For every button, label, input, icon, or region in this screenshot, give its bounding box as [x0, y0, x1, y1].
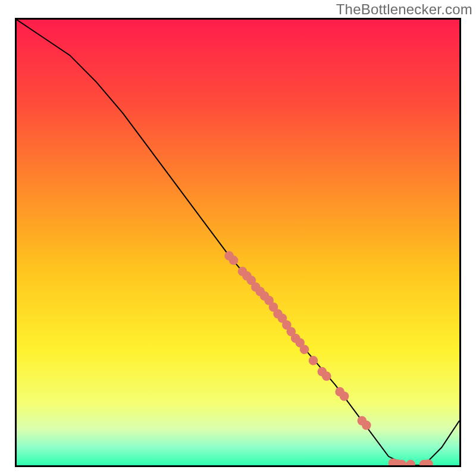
curve-layer — [17, 20, 459, 465]
plot-frame — [15, 18, 461, 467]
data-point — [300, 345, 309, 354]
data-point — [362, 421, 371, 430]
sample-points — [224, 251, 433, 465]
data-point — [322, 371, 331, 381]
data-point — [406, 460, 415, 465]
bottleneck-curve — [17, 20, 459, 465]
data-point — [340, 392, 349, 401]
data-point — [309, 356, 318, 365]
watermark-text: TheBottlenecker.com — [336, 1, 472, 18]
data-point — [229, 256, 239, 265]
chart-stage: TheBottlenecker.com — [0, 0, 476, 476]
